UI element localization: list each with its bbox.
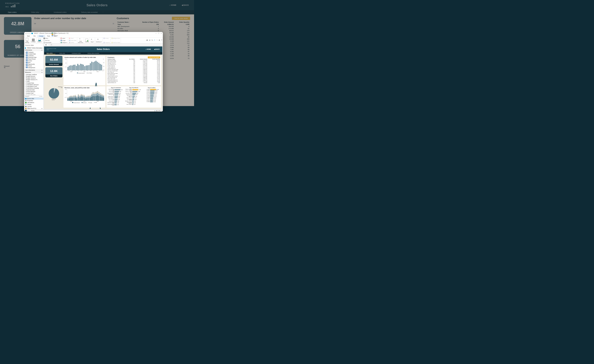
top10-row[interactable]: B-40605638.0K xyxy=(143,89,160,90)
ribbon-data-discovery[interactable]: ◫ Data Discovery xyxy=(77,38,84,44)
chart-revenue-costs-profit[interactable]: Revenue, costs, and profit by order date… xyxy=(63,86,105,108)
top10-row[interactable]: B-39696345.9K xyxy=(143,97,160,98)
user-dimensions-header[interactable]: User dimensions▸ xyxy=(24,69,43,71)
zoom-dropdown-icon[interactable]: ▾ xyxy=(162,110,162,111)
inner-customers-table[interactable]: Click for order details Customers Custom… xyxy=(107,56,161,85)
top10-row[interactable]: Hip Closet Sdn Bhd6.0M xyxy=(107,89,125,91)
top10-row[interactable]: Boss Casual, Blue, XL5.8M xyxy=(125,95,142,97)
measure-item[interactable]: ΣBudget Variance % xyxy=(25,79,43,80)
design-canvas[interactable]: PRODUCTION INC Sales Orders ⌂ HOME ◀ BAC… xyxy=(44,46,162,109)
measure-item[interactable]: ΣAverage Leadtime xyxy=(25,74,43,75)
tab-calculations[interactable]: Calculations xyxy=(24,102,43,104)
measure-item[interactable]: ΣExpected date xyxy=(25,89,43,91)
bg-subnav-order-entry[interactable]: Order entry xyxy=(31,11,45,13)
ribbon-fetch[interactable]: Fetch data xyxy=(69,40,76,41)
top10-row[interactable]: B-40162377.2K xyxy=(143,94,160,96)
ribbon-crosstab[interactable]: Crosstab xyxy=(30,38,37,44)
bg-subnav-unreleased[interactable]: Unreleased orders xyxy=(54,11,72,13)
search-input[interactable] xyxy=(24,95,39,97)
measure-item[interactable]: ΣInvoice Amount xyxy=(25,91,43,92)
top10-row[interactable]: Hip Hop & Casual SNC2.3M xyxy=(107,102,125,104)
table-row[interactable]: Custom Tees KK6583,414,96331,000 xyxy=(108,65,160,66)
zoom-level[interactable]: 96% xyxy=(158,110,161,111)
ribbon-slider[interactable]: Slider xyxy=(52,32,58,34)
top10-row[interactable]: Levis 501, Blue6.8M xyxy=(125,94,142,95)
inner-pie-chart[interactable]: Division A: 606 Division B: 12,170 xyxy=(45,86,62,108)
status-grid-icon[interactable]: ▦ xyxy=(156,110,157,111)
tab-properties[interactable]: Properties xyxy=(24,100,43,102)
inner-home-link[interactable]: ⌂ HOME xyxy=(145,48,151,50)
table-row[interactable]: Hip Closet Sdn Bhd7595,985,77964,700 xyxy=(108,61,160,62)
bg-order-details-button[interactable]: Click for order details xyxy=(172,17,190,20)
chart-invoice-amount[interactable]: Invoice amount and number of sales by or… xyxy=(63,56,105,85)
measure-item[interactable]: ΣCreated Date xyxy=(25,82,43,84)
top10-row[interactable]: B-40566294.5K xyxy=(143,101,160,102)
measure-item[interactable]: ΣCosts xyxy=(25,80,43,82)
dimension-item[interactable]: ⊞Customer xyxy=(25,55,43,57)
dimension-item[interactable]: ⊞Company xyxy=(25,52,43,53)
table-row[interactable]: Womens Sporting KGaA4022,088,45226,400 xyxy=(108,69,160,70)
settings-icon[interactable]: ⚙ xyxy=(41,96,42,97)
window-close-icon[interactable]: ✕ xyxy=(161,32,162,34)
ribbon-textbox[interactable]: Text box xyxy=(44,40,59,41)
top10-row[interactable]: B-40113301.0K xyxy=(143,100,160,101)
ribbon-undo-icon[interactable]: ↶ xyxy=(154,39,155,41)
tab-criteria[interactable]: Criteria xyxy=(24,104,43,105)
ribbon-add-file[interactable]: + Add file xyxy=(84,38,90,44)
inner-subnav-delivery[interactable]: Delivery date exceeded xyxy=(88,53,102,54)
top10-row[interactable]: Marlboro Classic, Sand11.4M xyxy=(125,91,142,92)
card-invoice-amount[interactable]: 92.6M Invoice Amount xyxy=(45,56,62,66)
table-row[interactable]: Accessories Brand K/S2321,800,27514,700 xyxy=(108,79,160,81)
ribbon-distribute[interactable]: ⊞ Distribute ▾ xyxy=(95,38,103,44)
measures-header[interactable]: Measures▸ xyxy=(24,71,43,73)
measure-item[interactable]: ΣCredit Memo Quantity xyxy=(25,87,43,89)
top10-row[interactable]: B-37764432.1K xyxy=(143,93,160,94)
data-source-row[interactable]: TARGIT Online Demodata • ▣ Sales xyxy=(24,47,43,49)
ribbon-align[interactable]: ⊟ Align ▾ xyxy=(90,38,95,44)
status-chart-icon[interactable]: 📊 xyxy=(154,110,155,111)
dimension-item[interactable]: ⊞Item xyxy=(25,62,43,63)
ribbon-refresh-icon[interactable]: ↻ xyxy=(152,39,153,41)
ribbon-help-icon[interactable]: ? xyxy=(161,39,162,41)
top10-panels[interactable]: Top 10 customers Hip Closet Sdn Bhd6.0MS… xyxy=(107,86,161,108)
table-row[interactable]: Colorful Stitches SGPS2441,611,86614,300 xyxy=(108,75,160,77)
inner-subnav-unreleased[interactable]: Unreleased orders xyxy=(72,53,83,54)
table-row[interactable]: Color Suits sp2792,495,67028,300 xyxy=(108,72,160,73)
window-minimize-icon[interactable]: — xyxy=(155,32,157,34)
dimension-item[interactable]: ⊞Period xyxy=(25,65,43,67)
tab-source-data[interactable]: Source data xyxy=(24,98,43,100)
dimensions-header[interactable]: Dimensions▸ xyxy=(24,49,43,51)
menu-design[interactable]: Design xyxy=(37,35,45,37)
close-tab-icon[interactable]: × xyxy=(48,44,49,46)
top10-row[interactable]: Levis, White M2.1M xyxy=(125,104,142,105)
top10-row[interactable]: Levis, Lime XL4.6M xyxy=(125,97,142,98)
table-row[interactable]: Style City Sdn Bhd8314,474,14846,000 xyxy=(108,60,160,61)
dimension-item[interactable]: ⊞Invoice xyxy=(25,60,43,62)
inner-subnav-entry[interactable]: Order entry xyxy=(59,53,68,54)
ribbon-webbox[interactable]: Web box xyxy=(52,35,58,36)
window-maximize-icon[interactable]: ☐ xyxy=(158,32,159,34)
status-mode-icon[interactable] xyxy=(25,110,27,111)
ribbon-placeholder[interactable]: Placeholder xyxy=(44,42,59,43)
top10-row[interactable]: B-39871319.2K xyxy=(143,98,160,100)
bg-back-link[interactable]: ◀ BACK xyxy=(182,4,189,6)
top10-row[interactable]: Color Suits sp2.5M xyxy=(107,101,125,102)
inner-subnav-open[interactable]: Open orders xyxy=(47,52,55,54)
dimension-item[interactable]: ⊞Expected Date xyxy=(25,57,43,58)
top10-row[interactable]: Boss Casual, White XL2.9M xyxy=(125,102,142,104)
status-pencil-icon[interactable]: ✎ xyxy=(27,110,28,111)
dimension-item[interactable]: ⊞Created Date xyxy=(25,53,43,55)
dimension-item[interactable]: ⊞Opportunity xyxy=(25,63,43,65)
ribbon-page-settings[interactable]: Page Settings xyxy=(24,38,30,44)
ribbon-kpi[interactable]: KPI xyxy=(52,34,58,35)
tab-object-list[interactable]: Object list (F11)▸ xyxy=(24,108,43,110)
ribbon-image[interactable]: Image xyxy=(61,40,68,41)
bg-subnav-delivery-exceeded[interactable]: Delivery date exceeded xyxy=(81,11,103,13)
measure-item[interactable]: ΣCredit Memo Amount xyxy=(25,84,43,86)
ribbon-shapes[interactable]: Shapes ▾ xyxy=(61,42,68,43)
menu-file[interactable]: File xyxy=(32,35,37,37)
table-row[interactable]: Blond Jeans SNC2361,287,68410,500 xyxy=(108,78,160,79)
top10-row[interactable]: Bossfield, Sand M3.0M xyxy=(125,101,142,102)
card-no-of-sales[interactable]: 12.8K No of Sales xyxy=(45,67,62,77)
measure-item[interactable]: ΣInvoice Cost xyxy=(25,92,43,94)
